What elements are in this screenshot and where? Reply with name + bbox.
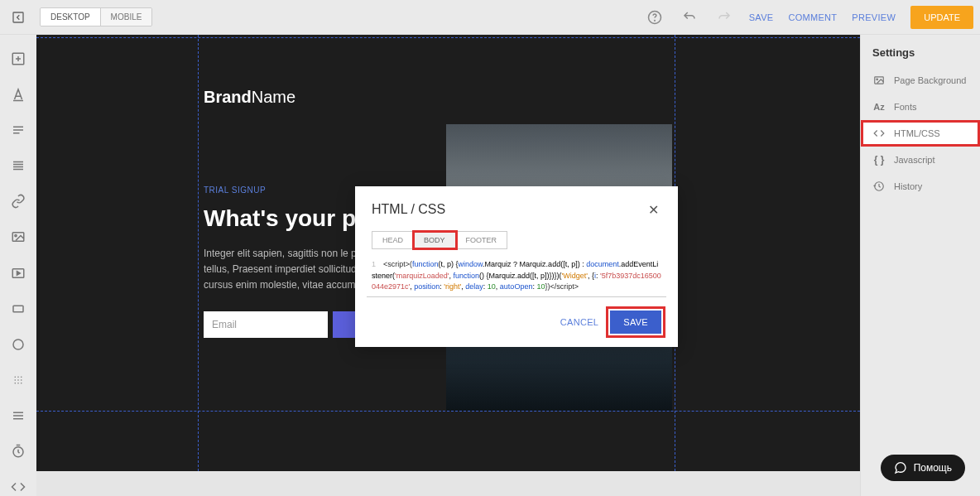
svg-point-14 (21, 379, 22, 381)
svg-point-8 (13, 339, 23, 349)
svg-point-10 (17, 376, 19, 378)
cancel-button[interactable]: CANCEL (560, 317, 598, 327)
device-tabs: DESKTOP MOBILE (40, 7, 152, 26)
panel-item-label: Fonts (894, 102, 917, 112)
brand-logo: BrandName (204, 88, 295, 107)
undo-icon[interactable] (680, 7, 699, 27)
svg-point-15 (15, 383, 17, 384)
panel-item-page-background[interactable]: Page Background (861, 67, 980, 94)
redo-icon[interactable] (714, 7, 734, 27)
fonts-icon: Az (872, 100, 886, 113)
panel-item-fonts[interactable]: Az Fonts (861, 94, 980, 120)
help-fab[interactable]: Помощь (881, 455, 965, 481)
tab-head[interactable]: HEAD (372, 232, 414, 248)
modal-save-button[interactable]: SAVE (610, 311, 661, 334)
svg-point-16 (17, 383, 19, 384)
panel-item-label: Javascript (894, 155, 935, 165)
panel-item-history[interactable]: History (861, 173, 980, 200)
settings-panel: Settings Page Background Az Fonts HTML/C… (860, 35, 980, 496)
email-field[interactable] (204, 311, 328, 338)
panel-item-label: Page Background (894, 75, 966, 85)
timer-icon[interactable] (9, 443, 27, 460)
svg-point-5 (15, 235, 17, 237)
comment-button[interactable]: COMMENT (788, 12, 837, 22)
image-icon[interactable] (9, 229, 27, 246)
html-icon (872, 127, 886, 140)
tab-footer[interactable]: FOOTER (456, 232, 507, 248)
modal-title: HTML / CSS (372, 202, 445, 217)
help-icon[interactable] (645, 7, 665, 27)
svg-point-17 (21, 383, 22, 384)
svg-point-11 (21, 376, 22, 378)
update-button[interactable]: UPDATE (910, 6, 973, 29)
save-button[interactable]: SAVE (749, 12, 774, 22)
panel-item-label: HTML/CSS (894, 128, 940, 138)
text-icon[interactable] (9, 85, 27, 103)
close-icon[interactable]: ✕ (645, 201, 661, 218)
help-label: Помощь (914, 462, 952, 474)
list-icon[interactable] (9, 407, 27, 425)
topbar: DESKTOP MOBILE SAVE COMMENT PREVIEW UPDA… (0, 0, 980, 35)
svg-point-9 (15, 376, 17, 378)
html-css-modal: HTML / CSS ✕ HEAD BODY FOOTER 1<script>(… (355, 186, 678, 347)
js-icon: { } (872, 153, 886, 166)
tab-body[interactable]: BODY (414, 232, 456, 248)
stack-icon[interactable] (9, 157, 27, 174)
add-icon[interactable] (9, 50, 27, 67)
svg-rect-0 (13, 12, 23, 22)
preview-button[interactable]: PREVIEW (852, 12, 896, 22)
panel-item-javascript[interactable]: { } Javascript (861, 147, 980, 173)
chat-icon (894, 461, 907, 474)
svg-rect-7 (13, 306, 23, 312)
code-icon[interactable] (9, 479, 27, 496)
link-icon[interactable] (9, 193, 27, 210)
svg-point-12 (15, 379, 17, 381)
svg-point-2 (654, 20, 655, 21)
panel-item-html-css[interactable]: HTML/CSS (861, 120, 980, 147)
lines-icon[interactable] (9, 121, 27, 138)
exit-icon[interactable] (7, 6, 30, 29)
panel-title: Settings (861, 35, 980, 67)
svg-point-20 (877, 79, 878, 80)
panel-item-label: History (894, 181, 922, 191)
code-editor[interactable]: 1<script>(function(t, p) {window.Marquiz… (367, 256, 666, 297)
background-icon (872, 74, 886, 87)
history-icon (872, 180, 886, 193)
circle-icon[interactable] (9, 335, 27, 353)
tab-desktop[interactable]: DESKTOP (41, 8, 101, 26)
left-toolbar (0, 35, 36, 496)
canvas-area[interactable]: BrandName TRIAL SIGNUP What's your propo… (36, 35, 860, 496)
box-icon[interactable] (9, 300, 27, 317)
dots-icon[interactable] (9, 371, 27, 388)
video-icon[interactable] (9, 264, 27, 282)
svg-point-13 (17, 379, 19, 381)
tab-mobile[interactable]: MOBILE (101, 8, 152, 26)
